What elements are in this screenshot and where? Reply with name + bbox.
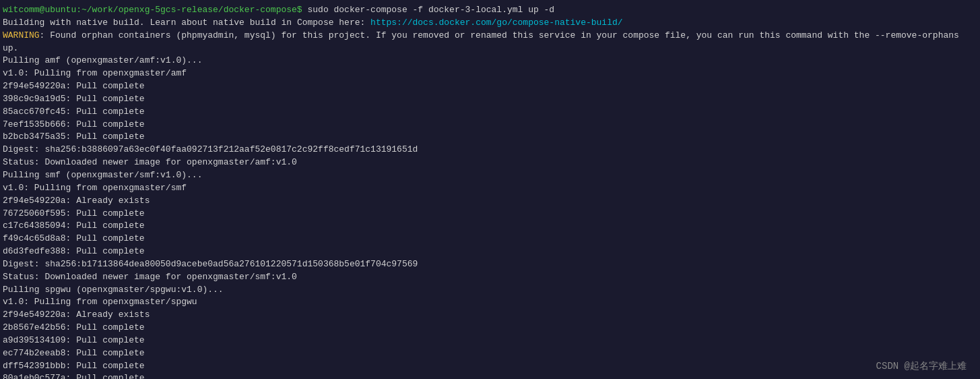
- terminal-line-hash1: 2f94e549220a: Pull complete: [3, 80, 977, 93]
- terminal-line-warning-line: WARNING: Found orphan containers (phpmya…: [3, 30, 977, 42]
- terminal-line-hash-smf3: c17c64385094: Pull complete: [3, 220, 977, 233]
- terminal-line-v10-spgwu: v1.0: Pulling from openxgmaster/spgwu: [3, 296, 977, 309]
- terminal-line-up: up.: [3, 42, 977, 55]
- terminal-line-hash-spgwu4: ec774b2eeab8: Pull complete: [3, 347, 977, 360]
- terminal-line-hash2: 398c9c9a19d5: Pull complete: [3, 93, 977, 106]
- terminal-line-hash-spgwu3: a9d395134109: Pull complete: [3, 334, 977, 347]
- terminal-line-digest-smf: Digest: sha256:b17113864dea80050d9acebe0…: [3, 258, 977, 271]
- terminal-line-pulling-smf: Pulling smf (openxgmaster/smf:v1.0)...: [3, 169, 977, 182]
- terminal-line-digest-amf: Digest: sha256:b3886097a63ec0f40faa09271…: [3, 144, 977, 156]
- terminal: witcomm@ubuntu:~/work/openxg-5gcs-releas…: [0, 0, 980, 379]
- terminal-line-hash-smf4: f49c4c65d8a8: Pull complete: [3, 233, 977, 245]
- terminal-line-status-amf: Status: Downloaded newer image for openx…: [3, 156, 977, 169]
- watermark: CSDN @起名字难上难: [876, 360, 967, 372]
- terminal-line-v10-amf: v1.0: Pulling from openxgmaster/amf: [3, 67, 977, 80]
- terminal-line-pulling-spgwu: Pulling spgwu (openxgmaster/spgwu:v1.0).…: [3, 284, 977, 297]
- terminal-line-hash4: 7eef1535b666: Pull complete: [3, 119, 977, 132]
- terminal-line-hash-spgwu6: 80a1eb0c577a: Pull complete: [3, 372, 977, 379]
- terminal-line-hash-spgwu1: 2f94e549220a: Already exists: [3, 309, 977, 322]
- terminal-line-hash-smf1: 2f94e549220a: Already exists: [3, 195, 977, 208]
- terminal-line-hash-smf2: 76725060f595: Pull complete: [3, 208, 977, 221]
- terminal-line-building-line: Building with native build. Learn about …: [3, 17, 977, 30]
- terminal-line-hash-spgwu2: 2b8567e42b56: Pull complete: [3, 322, 977, 334]
- terminal-line-cmd-line: witcomm@ubuntu:~/work/openxg-5gcs-releas…: [3, 4, 977, 17]
- terminal-line-hash-smf5: d6d3fedfe388: Pull complete: [3, 245, 977, 258]
- terminal-line-v10-smf: v1.0: Pulling from openxgmaster/smf: [3, 182, 977, 195]
- terminal-line-hash3: 85acc670fc45: Pull complete: [3, 106, 977, 119]
- terminal-line-hash-spgwu5: dff542391bbb: Pull complete: [3, 360, 977, 373]
- terminal-line-hash5: b2bcb3475a35: Pull complete: [3, 131, 977, 144]
- terminal-line-status-smf: Status: Downloaded newer image for openx…: [3, 271, 977, 284]
- terminal-line-pulling-amf: Pulling amf (openxgmaster/amf:v1.0)...: [3, 55, 977, 67]
